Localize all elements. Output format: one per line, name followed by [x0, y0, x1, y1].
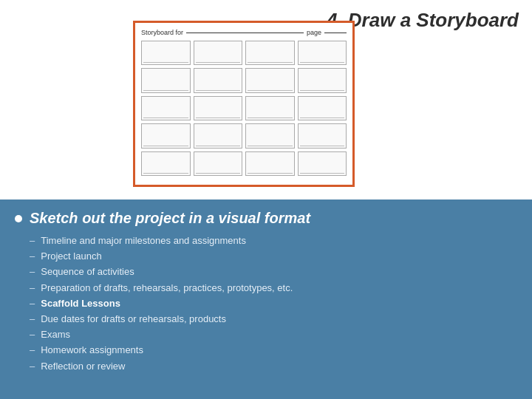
storyboard-cell: [298, 123, 347, 148]
sub-bullet-item: –Sequence of activities: [30, 265, 517, 279]
storyboard-cell: [245, 123, 295, 148]
storyboard-header: Storyboard for page: [141, 29, 347, 36]
sub-bullet-item: –Project launch: [30, 250, 517, 263]
bullet-dot-icon: [15, 215, 22, 222]
sub-bullet-item: –Timeline and major milestones and assig…: [30, 234, 517, 248]
sub-bullet-item: –Preparation of drafts, rehearsals, prac…: [30, 282, 517, 295]
sub-bullet-text: Reflection or review: [41, 360, 125, 373]
sub-bullet-dash: –: [30, 361, 35, 372]
storyboard-cell: [245, 151, 295, 176]
sub-bullet-item: –Scaffold Lessons: [30, 297, 517, 310]
storyboard-cell: [141, 96, 191, 120]
sub-bullet-text: Homework assignments: [41, 344, 143, 357]
slide-title: 4. Draw a Storyboard: [327, 9, 519, 32]
storyboard-cell: [194, 41, 243, 65]
sub-bullet-dash: –: [30, 344, 35, 355]
storyboard-grid: [141, 41, 347, 176]
storyboard-cell: [141, 123, 191, 148]
sub-bullet-text: Project launch: [41, 250, 101, 263]
storyboard-cell: [298, 96, 347, 120]
storyboard-cell: [141, 68, 191, 92]
storyboard-cell: [194, 68, 243, 92]
storyboard-cell: [194, 96, 243, 120]
sub-bullet-item: –Homework assignments: [30, 344, 517, 357]
main-bullet: Sketch out the project in a visual forma…: [15, 210, 517, 227]
sub-bullet-dash: –: [30, 282, 35, 293]
sub-bullet-dash: –: [30, 329, 35, 340]
sub-bullet-dash: –: [30, 235, 35, 246]
sub-bullet-text: Preparation of drafts, rehearsals, pract…: [41, 282, 293, 295]
sub-bullet-dash: –: [30, 250, 35, 262]
sub-bullet-item: –Reflection or review: [30, 360, 517, 373]
sub-bullets-list: –Timeline and major milestones and assig…: [15, 234, 517, 373]
main-bullet-text: Sketch out the project in a visual forma…: [30, 210, 310, 227]
storyboard-cell: [141, 41, 191, 65]
sub-bullet-text: Timeline and major milestones and assign…: [41, 234, 246, 248]
sub-bullet-text: Due dates for drafts or rehearsals, prod…: [41, 313, 226, 326]
storyboard-cell: [298, 151, 347, 176]
storyboard-cell: [194, 123, 243, 148]
top-section: 4. Draw a Storyboard Storyboard for page: [0, 0, 532, 200]
sub-bullet-item: –Due dates for drafts or rehearsals, pro…: [30, 313, 517, 326]
sub-bullet-text: Exams: [41, 328, 70, 341]
storyboard-cell: [141, 151, 191, 176]
storyboard-cell: [298, 41, 347, 65]
storyboard-page-line: [324, 33, 347, 33]
storyboard-cell: [245, 96, 295, 120]
storyboard-page-label: page: [307, 29, 321, 36]
storyboard-cell: [245, 68, 295, 92]
bottom-section: Sketch out the project in a visual forma…: [0, 200, 532, 399]
storyboard-header-label: Storyboard for: [141, 29, 183, 36]
storyboard-cell: [194, 151, 243, 176]
storyboard-header-line: [186, 33, 304, 33]
sub-bullet-item: –Exams: [30, 328, 517, 341]
sub-bullet-text: Scaffold Lessons: [41, 297, 120, 310]
storyboard-image: Storyboard for page: [133, 21, 355, 187]
sub-bullet-text: Sequence of activities: [41, 265, 134, 279]
storyboard-cell: [298, 68, 347, 92]
sub-bullet-dash: –: [30, 298, 35, 309]
sub-bullet-dash: –: [30, 266, 35, 277]
storyboard-cell: [245, 41, 295, 65]
sub-bullet-dash: –: [30, 313, 35, 324]
